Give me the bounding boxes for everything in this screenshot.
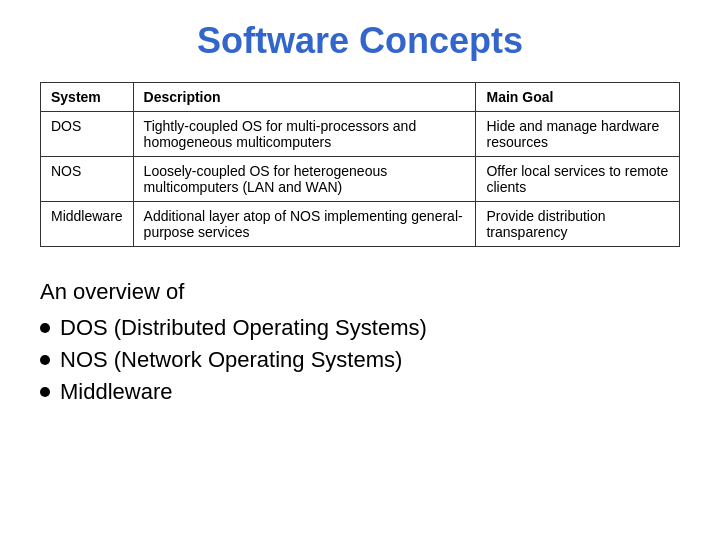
overview-section: An overview of DOS (Distributed Operatin… [40, 279, 427, 411]
table-row: Middleware Additional layer atop of NOS … [41, 202, 680, 247]
cell-description-middleware: Additional layer atop of NOS implementin… [133, 202, 476, 247]
table-row: DOS Tightly-coupled OS for multi-process… [41, 112, 680, 157]
bullet-icon [40, 355, 50, 365]
concepts-table-wrapper: System Description Main Goal DOS Tightly… [40, 82, 680, 247]
overview-intro: An overview of [40, 279, 427, 305]
table-row: NOS Loosely-coupled OS for heterogeneous… [41, 157, 680, 202]
bullet-text-dos: DOS (Distributed Operating Systems) [60, 315, 427, 341]
cell-goal-dos: Hide and manage hardware resources [476, 112, 680, 157]
cell-system-middleware: Middleware [41, 202, 134, 247]
page-title: Software Concepts [40, 20, 680, 62]
cell-system-nos: NOS [41, 157, 134, 202]
bullet-icon [40, 387, 50, 397]
header-system: System [41, 83, 134, 112]
page-container: Software Concepts System Description Mai… [0, 0, 720, 540]
bullet-text-nos: NOS (Network Operating Systems) [60, 347, 402, 373]
list-item: NOS (Network Operating Systems) [40, 347, 427, 373]
bullet-text-middleware: Middleware [60, 379, 173, 405]
header-goal: Main Goal [476, 83, 680, 112]
concepts-table: System Description Main Goal DOS Tightly… [40, 82, 680, 247]
bullet-list: DOS (Distributed Operating Systems) NOS … [40, 315, 427, 405]
cell-goal-nos: Offer local services to remote clients [476, 157, 680, 202]
header-description: Description [133, 83, 476, 112]
cell-description-nos: Loosely-coupled OS for heterogeneous mul… [133, 157, 476, 202]
list-item: DOS (Distributed Operating Systems) [40, 315, 427, 341]
bullet-icon [40, 323, 50, 333]
cell-goal-middleware: Provide distribution transparency [476, 202, 680, 247]
cell-description-dos: Tightly-coupled OS for multi-processors … [133, 112, 476, 157]
table-header-row: System Description Main Goal [41, 83, 680, 112]
list-item: Middleware [40, 379, 427, 405]
cell-system-dos: DOS [41, 112, 134, 157]
